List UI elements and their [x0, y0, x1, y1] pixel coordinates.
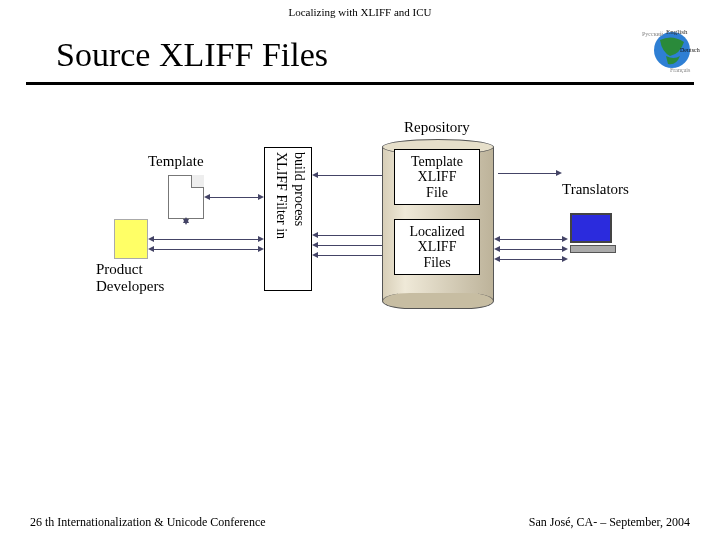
repo-localized-xliff-files: Localized XLIFF Files — [394, 219, 480, 275]
svg-text:Français: Français — [670, 67, 691, 73]
xliff-filter-box: XLIFF Filter in build process — [264, 147, 312, 291]
arrow-dev-filter-1 — [152, 239, 260, 240]
repo-template-xliff-file: Template XLIFF File — [394, 149, 480, 205]
header-small: Localizing with XLIFF and ICU — [0, 0, 720, 20]
footer-right: San José, CA- – September, 2004 — [529, 515, 690, 530]
product-developers-label: Product Developers — [96, 261, 164, 296]
filter-line1: XLIFF Filter in — [271, 152, 289, 288]
arrow-filter-repo-2 — [316, 235, 388, 236]
slide-title: Source XLIFF Files — [56, 36, 328, 73]
globe-icon: Русский English Deutsch Français — [640, 26, 700, 74]
source-doc-icon — [114, 219, 148, 259]
diagram-area: Repository Template Product Developers X… — [0, 109, 720, 439]
arrow-repo-trans-2 — [498, 239, 564, 240]
arrow-template-filter — [208, 197, 260, 198]
svg-text:Deutsch: Deutsch — [680, 47, 700, 53]
computer-icon — [570, 213, 616, 253]
arrow-repo-trans-1 — [498, 173, 558, 174]
title-region: Source XLIFF Files Русский English Deuts… — [26, 20, 694, 85]
repository-label: Repository — [404, 119, 470, 136]
svg-text:English: English — [666, 28, 688, 36]
arrow-filter-repo-1 — [316, 175, 388, 176]
arrow-dev-filter-2 — [152, 249, 260, 250]
template-label: Template — [148, 153, 204, 170]
footer-left: 26 th Internationalization & Unicode Con… — [30, 515, 266, 530]
arrow-repo-trans-4 — [498, 259, 564, 260]
arrow-filter-repo-3 — [316, 245, 388, 246]
arrow-repo-trans-3 — [498, 249, 564, 250]
footer: 26 th Internationalization & Unicode Con… — [30, 515, 690, 530]
template-doc-icon — [168, 175, 204, 219]
translators-label: Translators — [562, 181, 629, 198]
svg-text:Русский: Русский — [642, 31, 664, 37]
arrow-filter-repo-4 — [316, 255, 388, 256]
filter-line2: build process — [289, 152, 307, 288]
